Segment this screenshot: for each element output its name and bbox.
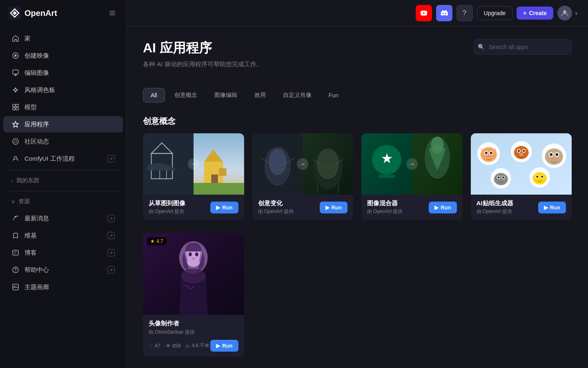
mixer-left: ★ — [361, 133, 412, 195]
sidebar-collapse-button[interactable] — [107, 7, 118, 19]
apps-icon — [11, 120, 20, 128]
svg-point-94 — [192, 258, 196, 260]
run-label-mixer: Run — [441, 204, 451, 211]
portrait-card-stats: ♡ 47 👁 859 ▷ 4,6 千米 — [149, 340, 238, 352]
svg-rect-20 — [13, 250, 18, 255]
run-button-sketch[interactable]: ▶ Run — [210, 202, 238, 213]
mixer-right-image — [412, 133, 463, 195]
page-header-row: AI 应用程序 各种 AI 驱动的应用程序可帮助您完成工作。 🔍 — [143, 39, 572, 78]
cards-grid-creative: → 从草图到图像 由 OpenArt 提供 ▶ Run — [143, 133, 572, 220]
help-button[interactable]: ? — [457, 5, 473, 21]
resources-chevron-icon: ∨ — [11, 199, 15, 204]
run-button-creative[interactable]: ▶ Run — [320, 202, 347, 213]
sidebar-item-style[interactable]: 风格调色板 — [3, 82, 123, 98]
tab-all[interactable]: All — [143, 88, 165, 103]
collapse-icon — [109, 9, 116, 17]
wiki-label: 维基 — [24, 232, 102, 240]
card-image-mixer[interactable]: ★ — [361, 133, 463, 220]
sidebar-section-mystuff[interactable]: › 我的东西 — [3, 174, 123, 188]
sidebar-item-community[interactable]: 社区动态 — [3, 133, 123, 150]
sidebar-item-comfyui[interactable]: ComfyUI 工作流程 ↗ — [3, 150, 123, 167]
search-icon: 🔍 — [478, 44, 485, 50]
card-provider-sketch: 由 OpenArt 提供 — [149, 208, 185, 215]
sidebar-item-blog[interactable]: 博客 ↗ — [3, 245, 123, 261]
comfyui-icon — [11, 155, 20, 163]
play-icon: ▷ — [186, 343, 190, 349]
rating-badge: ★ 4.7 — [147, 237, 167, 245]
card-portrait-maker[interactable]: ★ 4.7 — [143, 233, 244, 357]
search-bar: 🔍 — [474, 39, 572, 55]
create-button[interactable]: + Create — [517, 7, 553, 20]
tab-effects[interactable]: 效用 — [247, 88, 274, 103]
card-sticker-image — [471, 133, 572, 195]
stat-plays: ▷ 4,6 千米 — [186, 342, 209, 349]
page-subtitle: 各种 AI 驱动的应用程序可帮助您完成工作。 — [143, 61, 263, 68]
tab-custom-portrait[interactable]: 自定义肖像 — [275, 88, 319, 103]
sidebar-item-model[interactable]: 模型 — [3, 99, 123, 115]
plays-count: 4,6 千米 — [192, 342, 209, 349]
nav-divider-2 — [7, 191, 120, 191]
svg-point-60 — [485, 152, 487, 154]
svg-point-6 — [14, 54, 17, 57]
gallery-label: 主题画廊 — [24, 283, 115, 291]
svg-point-78 — [494, 173, 508, 185]
mixer-arrow-icon: → — [406, 158, 418, 170]
sidebar-item-news[interactable]: 最新消息 ↗ — [3, 210, 123, 227]
cards-row-single: ★ 4.7 — [143, 233, 572, 357]
card-sketch-to-image[interactable]: → 从草图到图像 由 OpenArt 提供 ▶ Run — [143, 133, 244, 220]
svg-point-25 — [563, 10, 566, 13]
help-icon — [11, 266, 20, 274]
run-button-portrait[interactable]: ▶ Run — [210, 340, 238, 352]
tab-creative[interactable]: 创意概念 — [167, 88, 205, 103]
card-creative-change[interactable]: → 创意变化 由 OpenArt 提供 ▶ Run — [252, 133, 354, 220]
avatar-person-icon — [561, 9, 569, 17]
svg-point-84 — [532, 172, 546, 184]
card-sticker-maker[interactable]: AI贴纸生成器 由 OpenArt 提供 ▶ Run — [471, 133, 572, 220]
svg-point-81 — [497, 177, 499, 179]
wiki-icon — [11, 231, 20, 240]
model-label: 模型 — [24, 103, 115, 111]
avatar-area[interactable]: ∨ — [557, 6, 578, 20]
search-input[interactable] — [474, 39, 572, 55]
youtube-button[interactable] — [416, 5, 432, 21]
creative-right-image — [303, 133, 353, 195]
edit-icon — [11, 69, 20, 77]
upgrade-button[interactable]: Upgrade — [477, 6, 513, 20]
card-creative-image: → — [252, 133, 354, 195]
discord-button[interactable] — [436, 5, 452, 21]
run-button-mixer[interactable]: ▶ Run — [429, 202, 457, 213]
sidebar-item-help[interactable]: 帮助中心 ↗ — [3, 262, 123, 278]
svg-rect-34 — [219, 168, 227, 176]
sidebar-logo: OpenArt — [0, 0, 126, 26]
edit-label: 编辑图像 — [24, 69, 115, 77]
run-button-sticker[interactable]: ▶ Run — [538, 202, 566, 213]
creative-left — [252, 133, 303, 195]
help-question-icon: ? — [463, 9, 466, 17]
sidebar-item-home[interactable]: 家 — [3, 30, 123, 47]
run-play-icon-portrait: ▶ — [216, 343, 220, 349]
stat-likes: ♡ 47 — [149, 343, 160, 349]
sidebar-item-apps[interactable]: 应用程序 — [3, 116, 123, 132]
logo-area[interactable]: OpenArt — [8, 7, 57, 20]
sidebar-item-create[interactable]: 创建映像 — [3, 47, 123, 64]
sketch-dual-image: → — [143, 133, 244, 195]
svg-rect-35 — [194, 183, 244, 195]
svg-rect-23 — [13, 284, 18, 290]
run-label-sketch: Run — [222, 204, 232, 211]
mystuff-label: 我的东西 — [16, 177, 39, 184]
sidebar-item-gallery[interactable]: 主题画廊 — [3, 279, 123, 295]
sidebar-section-resources[interactable]: ∨ 资源 — [3, 195, 123, 209]
tab-fun[interactable]: Fun — [321, 88, 346, 103]
sidebar-item-edit[interactable]: 编辑图像 — [3, 65, 123, 81]
svg-point-64 — [514, 146, 528, 159]
card-provider-creative: 由 OpenArt 提供 — [258, 208, 294, 215]
sidebar-item-wiki[interactable]: 维基 ↗ — [3, 227, 123, 244]
svg-point-22 — [15, 271, 16, 272]
card-provider-mixer: 由 OpenArt 提供 — [367, 208, 403, 215]
portrait-card-body: 头像制作者 由 OlivioSarikas 提供 ♡ 47 👁 859 — [143, 315, 244, 357]
svg-point-18 — [14, 140, 17, 143]
card-name-sticker: AI贴纸生成器 — [477, 200, 513, 207]
avatar-chevron-icon: ∨ — [575, 10, 578, 16]
svg-point-68 — [523, 150, 525, 152]
tab-image-edit[interactable]: 图像编辑 — [207, 88, 245, 103]
